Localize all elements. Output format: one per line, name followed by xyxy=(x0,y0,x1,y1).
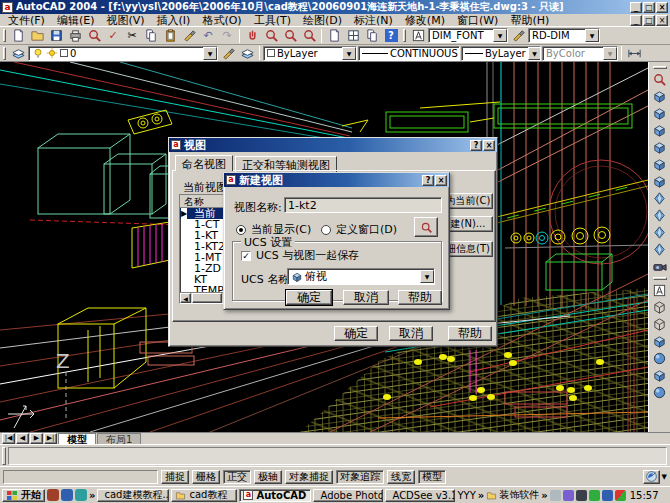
tray-icon-2[interactable] xyxy=(563,490,574,501)
nw-isometric-icon[interactable] xyxy=(651,241,669,258)
pan-icon[interactable] xyxy=(243,28,261,44)
menu-insert[interactable]: 插入(I) xyxy=(151,13,197,28)
layers-icon[interactable] xyxy=(9,45,27,61)
cut-icon[interactable]: ✂ xyxy=(123,28,141,44)
right-view-icon[interactable] xyxy=(651,139,669,156)
restore-button[interactable]: □ xyxy=(643,2,655,13)
ucs-save-checkbox[interactable]: ✓ UCS 与视图一起保存 xyxy=(241,248,359,263)
menu-file[interactable]: 文件(F) xyxy=(2,13,51,28)
new-view-help-button[interactable]: 帮助 xyxy=(398,290,442,305)
top-view-icon[interactable] xyxy=(651,88,669,105)
dialog-close-button[interactable]: × xyxy=(435,175,447,186)
zoom-window-icon[interactable] xyxy=(281,28,299,44)
grid-toggle[interactable]: 栅格 xyxy=(192,470,220,484)
start-button[interactable]: 开始 xyxy=(2,489,45,502)
prev-tab-button[interactable]: ◀ xyxy=(16,433,29,444)
dropdown-arrow-icon[interactable]: ▼ xyxy=(203,47,217,60)
dropdown-arrow-icon[interactable]: ▼ xyxy=(528,47,541,60)
zoom-realtime-icon[interactable] xyxy=(262,28,280,44)
text-style-combo[interactable]: DIM_FONT ▼ xyxy=(428,28,508,43)
taskbar-window-cad-tutorial[interactable]: cad建模教程... xyxy=(97,489,169,502)
shade-gouraud-icon[interactable] xyxy=(651,350,669,367)
tool-palettes-icon[interactable] xyxy=(363,28,381,44)
close-button[interactable]: × xyxy=(656,2,668,13)
color-combo[interactable]: ByLayer ▼ xyxy=(263,46,357,61)
linetype-combo[interactable]: CONTINUOUS ▼ xyxy=(358,46,460,61)
open-icon[interactable] xyxy=(28,28,46,44)
help-icon[interactable]: ? xyxy=(382,28,400,44)
menu-format[interactable]: 格式(O) xyxy=(196,13,247,28)
last-tab-button[interactable]: ▶| xyxy=(44,433,57,444)
menu-edit[interactable]: 编辑(E) xyxy=(51,13,101,28)
command-window-grip[interactable] xyxy=(2,447,6,465)
taskbar-window-photoshop[interactable]: Adobe Photo... xyxy=(313,489,383,502)
front-view-icon[interactable] xyxy=(651,156,669,173)
ne-isometric-icon[interactable] xyxy=(651,224,669,241)
scrollbar-thumb[interactable] xyxy=(192,293,222,303)
toolbar-grip[interactable] xyxy=(653,66,667,69)
new-icon[interactable] xyxy=(9,28,27,44)
undo-icon[interactable]: ↶ xyxy=(199,28,217,44)
designcenter-icon[interactable] xyxy=(344,28,362,44)
tray-icon-5[interactable] xyxy=(602,490,613,501)
shade-gouraud-edges-icon[interactable] xyxy=(651,384,669,401)
back-view-icon[interactable] xyxy=(651,173,669,190)
taskbar-toolbar-decor[interactable]: 装饰软件 xyxy=(499,488,539,502)
menu-draw[interactable]: 绘图(D) xyxy=(297,13,348,28)
camera-icon[interactable] xyxy=(651,258,669,275)
left-view-icon[interactable] xyxy=(651,122,669,139)
view-help-button[interactable]: 帮助 xyxy=(448,326,492,341)
doc-close-button[interactable]: × xyxy=(656,15,668,26)
tray-icon-4[interactable] xyxy=(589,490,600,501)
shade-2d-wireframe-icon[interactable] xyxy=(651,282,669,299)
dropdown-arrow-icon[interactable]: ▼ xyxy=(342,47,356,60)
new-view-cancel-button[interactable]: 取消 xyxy=(343,290,389,305)
model-space-toggle[interactable]: 模型 xyxy=(418,470,446,484)
radio-button-icon[interactable] xyxy=(236,225,246,235)
tab-layout1[interactable]: 布局1 xyxy=(97,433,141,444)
view-dialog-titlebar[interactable]: a 视图 ? × xyxy=(169,138,497,152)
linear-dimension-icon[interactable] xyxy=(625,45,643,61)
view-name-input[interactable]: 1-kt2 xyxy=(284,197,442,213)
menu-window[interactable]: 窗口(W) xyxy=(451,13,504,28)
view-cancel-button[interactable]: 取消 xyxy=(389,326,433,341)
quicklaunch-icon-3[interactable] xyxy=(75,489,87,501)
plot-icon[interactable] xyxy=(66,28,84,44)
lineweight-combo[interactable]: ByLayer ▼ xyxy=(461,46,541,61)
text-style-icon[interactable] xyxy=(409,28,427,44)
radio-define-window[interactable]: 定义窗口(D) xyxy=(321,222,397,237)
minimize-button[interactable]: _ xyxy=(630,2,642,13)
ortho-toggle[interactable]: 正交 xyxy=(223,470,251,484)
menu-view[interactable]: 视图(V) xyxy=(100,13,150,28)
new-view-dialog-titlebar[interactable]: a 新建视图 ? × xyxy=(224,173,449,187)
taskbar-window-autocad[interactable]: a AutoCAD 200... xyxy=(239,489,311,502)
dropdown-arrow-icon[interactable]: ▼ xyxy=(603,47,617,60)
doc-restore-button[interactable]: □ xyxy=(643,15,655,26)
menu-help[interactable]: 帮助(H) xyxy=(504,13,555,28)
communication-center-icon[interactable] xyxy=(643,470,660,484)
plot-preview-icon[interactable] xyxy=(85,28,103,44)
define-window-picker-button[interactable] xyxy=(414,217,438,237)
layer-previous-icon[interactable] xyxy=(238,45,256,61)
sw-isometric-icon[interactable] xyxy=(651,190,669,207)
ucs-name-combo[interactable]: 俯视 ▼ xyxy=(287,268,435,285)
next-tab-button[interactable]: ▶ xyxy=(30,433,43,444)
shade-flat-edges-icon[interactable] xyxy=(651,367,669,384)
quicklaunch-icon-2[interactable] xyxy=(61,489,73,501)
checkbox-icon[interactable]: ✓ xyxy=(241,251,251,261)
taskbar-window-acdsee[interactable]: ACDSee v3.1... xyxy=(385,489,455,502)
plotstyle-combo[interactable]: ByColor ▼ xyxy=(542,46,618,61)
dropdown-arrow-icon[interactable]: ▼ xyxy=(493,29,507,42)
dim-style-combo[interactable]: RD-DIM ▼ xyxy=(528,28,600,43)
se-isometric-icon[interactable] xyxy=(651,207,669,224)
menu-tools[interactable]: 工具(T) xyxy=(248,13,297,28)
toolbar-chevron[interactable]: » xyxy=(541,490,547,501)
scroll-left-icon[interactable]: ◀ xyxy=(180,293,191,303)
first-tab-button[interactable]: |◀ xyxy=(2,433,15,444)
command-input-area[interactable] xyxy=(8,447,667,465)
doc-minimize-button[interactable]: _ xyxy=(630,15,642,26)
make-object-layer-icon[interactable] xyxy=(219,45,237,61)
bottom-view-icon[interactable] xyxy=(651,105,669,122)
copy-icon[interactable] xyxy=(142,28,160,44)
dialog-help-button[interactable]: ? xyxy=(470,140,482,151)
